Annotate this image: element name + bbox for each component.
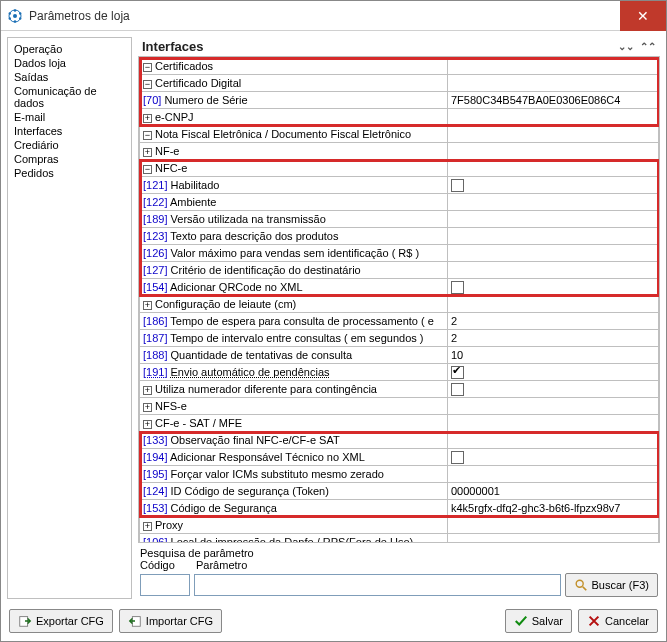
checkbox-191[interactable] (451, 366, 464, 379)
sidebar-item-pedidos[interactable]: Pedidos (14, 166, 125, 180)
row-124[interactable]: [124] ID Código de segurança (Token)0000… (140, 483, 659, 500)
row-191[interactable]: [191] Envio automático de pendências (140, 364, 659, 381)
expand-icon[interactable]: + (143, 386, 152, 395)
value-195[interactable] (448, 466, 659, 483)
label-util-numerador: Utiliza numerador diferente para conting… (155, 383, 377, 395)
value-186[interactable]: 2 (448, 313, 659, 330)
value-188[interactable]: 10 (448, 347, 659, 364)
svg-point-2 (14, 9, 16, 11)
svg-point-6 (9, 17, 11, 19)
row-121[interactable]: [121] Habilitado (140, 177, 659, 194)
checkbox-194[interactable] (451, 451, 464, 464)
save-button[interactable]: Salvar (505, 609, 572, 633)
row-195[interactable]: [195] Forçar valor ICMs substituto mesmo… (140, 466, 659, 483)
export-cfg-button[interactable]: Exportar CFG (9, 609, 113, 633)
row-126[interactable]: [126] Valor máximo para vendas sem ident… (140, 245, 659, 262)
value-194[interactable] (448, 449, 659, 466)
value-153[interactable]: k4k5rgfx-dfq2-ghc3-b6t6-lfpzx98v7 (448, 500, 659, 517)
value-154[interactable] (448, 279, 659, 296)
row-cfg-leiaute[interactable]: +Configuração de leiaute (cm) (140, 296, 659, 313)
row-106[interactable]: [106] Local de impressão da Danfe / RPS(… (140, 534, 659, 544)
row-154[interactable]: [154] Adicionar QRCode no XML (140, 279, 659, 296)
sidebar-item-dados-loja[interactable]: Dados loja (14, 56, 125, 70)
code-127: [127] (143, 264, 167, 276)
expand-icon[interactable]: + (143, 522, 152, 531)
expand-icon[interactable]: + (143, 114, 152, 123)
row-nfe[interactable]: +NF-e (140, 143, 659, 160)
row-133[interactable]: [133] Observação final NFC-e/CF-e SAT (140, 432, 659, 449)
value-numero-serie[interactable]: 7F580C34B547BA0E0306E086C4 (448, 92, 659, 109)
expand-icon[interactable]: + (143, 403, 152, 412)
close-button[interactable]: ✕ (620, 1, 666, 31)
search-icon (574, 578, 588, 592)
expand-icon[interactable]: + (143, 420, 152, 429)
panel-chevrons[interactable]: ⌄⌄ ⌃⌃ (618, 41, 656, 52)
search-codigo-input[interactable] (140, 574, 190, 596)
value-123[interactable] (448, 228, 659, 245)
svg-line-9 (582, 587, 586, 591)
value-util-numerador[interactable] (448, 381, 659, 398)
collapse-icon[interactable]: − (143, 131, 152, 140)
group-nfce: −NFC-e [121] Habilitado [122] Ambiente [… (140, 160, 659, 296)
window-title: Parâmetros de loja (29, 9, 620, 23)
row-186[interactable]: [186] Tempo de espera para consulta de p… (140, 313, 659, 330)
row-187[interactable]: [187] Tempo de intervalo entre consultas… (140, 330, 659, 347)
row-cfe[interactable]: +CF-e - SAT / MFE (140, 415, 659, 432)
value-187[interactable]: 2 (448, 330, 659, 347)
chevron-up-icon: ⌃⌃ (640, 41, 656, 52)
label-187: Tempo de intervalo entre consultas ( em … (170, 332, 423, 344)
sidebar-item-interfaces[interactable]: Interfaces (14, 124, 125, 138)
value-122[interactable] (448, 194, 659, 211)
panel-title: Interfaces (142, 39, 203, 54)
label-121: Habilitado (171, 179, 220, 191)
value-121[interactable] (448, 177, 659, 194)
row-nfe-doc[interactable]: −Nota Fiscal Eletrônica / Documento Fisc… (140, 126, 659, 143)
row-127[interactable]: [127] Critério de identificação do desti… (140, 262, 659, 279)
group-security: [133] Observação final NFC-e/CF-e SAT [1… (140, 432, 659, 517)
row-189[interactable]: [189] Versão utilizada na transmissão (140, 211, 659, 228)
row-certificados[interactable]: −Certificados (140, 58, 659, 75)
cancel-button[interactable]: Cancelar (578, 609, 658, 633)
value-191[interactable] (448, 364, 659, 381)
row-numero-serie[interactable]: [70] Numero de Série7F580C34B547BA0E0306… (140, 92, 659, 109)
checkbox-154[interactable] (451, 281, 464, 294)
row-153[interactable]: [153] Código de Segurançak4k5rgfx-dfq2-g… (140, 500, 659, 517)
row-nfse[interactable]: +NFS-e (140, 398, 659, 415)
value-124[interactable]: 00000001 (448, 483, 659, 500)
value-189[interactable] (448, 211, 659, 228)
row-proxy[interactable]: +Proxy (140, 517, 659, 534)
row-194[interactable]: [194] Adicionar Responsável Técnico no X… (140, 449, 659, 466)
export-label: Exportar CFG (36, 615, 104, 627)
row-122[interactable]: [122] Ambiente (140, 194, 659, 211)
sidebar-item-comunicacao[interactable]: Comunicação de dados (14, 84, 125, 110)
sidebar-item-compras[interactable]: Compras (14, 152, 125, 166)
row-123[interactable]: [123] Texto para descrição dos produtos (140, 228, 659, 245)
import-cfg-button[interactable]: Importar CFG (119, 609, 222, 633)
row-188[interactable]: [188] Quantidade de tentativas de consul… (140, 347, 659, 364)
sidebar-item-email[interactable]: E-mail (14, 110, 125, 124)
value-126[interactable] (448, 245, 659, 262)
label-certificados: Certificados (155, 60, 213, 72)
value-106[interactable] (448, 534, 659, 544)
value-127[interactable] (448, 262, 659, 279)
sidebar-item-crediario[interactable]: Crediário (14, 138, 125, 152)
buscar-button[interactable]: Buscar (F3) (565, 573, 658, 597)
sidebar-item-operacao[interactable]: Operação (14, 42, 125, 56)
buscar-label: Buscar (F3) (592, 579, 649, 591)
collapse-icon[interactable]: − (143, 63, 152, 72)
expand-icon[interactable]: + (143, 148, 152, 157)
label-122: Ambiente (170, 196, 216, 208)
svg-point-3 (19, 12, 21, 14)
collapse-icon[interactable]: − (143, 165, 152, 174)
expand-icon[interactable]: + (143, 301, 152, 310)
checkbox-util-numerador[interactable] (451, 383, 464, 396)
search-param-input[interactable] (194, 574, 561, 596)
sidebar-item-saidas[interactable]: Saídas (14, 70, 125, 84)
row-util-numerador[interactable]: +Utiliza numerador diferente para contin… (140, 381, 659, 398)
collapse-icon[interactable]: − (143, 80, 152, 89)
row-nfce[interactable]: −NFC-e (140, 160, 659, 177)
checkbox-121[interactable] (451, 179, 464, 192)
value-133[interactable] (448, 432, 659, 449)
row-ecnpj[interactable]: +e-CNPJ (140, 109, 659, 126)
row-cert-digital[interactable]: −Certificado Digital (140, 75, 659, 92)
